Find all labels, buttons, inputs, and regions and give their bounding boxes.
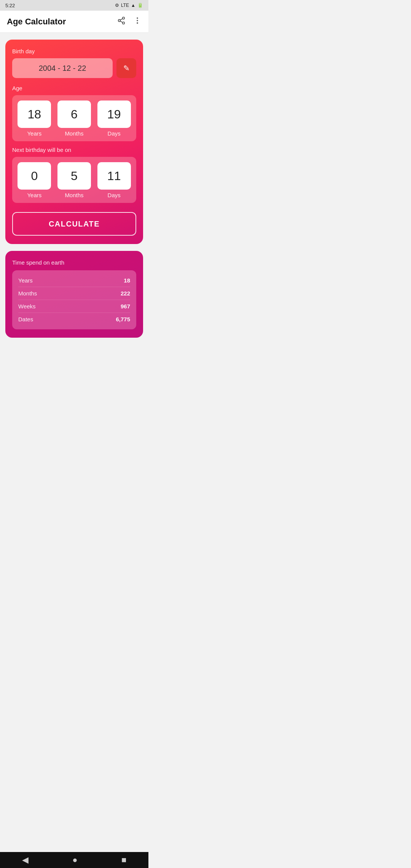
edit-icon: ✎: [123, 64, 130, 73]
time-years-label: Years: [18, 277, 33, 284]
svg-point-5: [137, 17, 138, 19]
next-months-unit: Months: [65, 192, 83, 198]
next-days-value: 11: [97, 162, 131, 190]
svg-point-7: [137, 22, 138, 24]
svg-line-3: [120, 21, 123, 22]
next-years-box: 0 Years: [18, 162, 51, 198]
age-months-unit: Months: [65, 130, 83, 137]
time-table: Years 18 Months 222 Weeks 967 Dates 6,77…: [12, 270, 136, 329]
app-header: Age Calculator: [0, 11, 148, 33]
time-dates-value: 6,775: [116, 316, 130, 322]
table-row: Years 18: [18, 274, 130, 287]
table-row: Months 222: [18, 287, 130, 300]
svg-line-4: [120, 18, 123, 20]
signal-icon: ▲: [131, 3, 135, 8]
time-card: Time spend on earth Years 18 Months 222 …: [5, 251, 143, 338]
battery-icon: 🔋: [137, 3, 143, 8]
svg-point-6: [137, 20, 138, 21]
next-days-box: 11 Days: [97, 162, 131, 198]
next-years-value: 0: [18, 162, 51, 190]
table-row: Weeks 967: [18, 300, 130, 313]
next-birthday-label: Next birthday will be on: [12, 147, 136, 153]
age-months-value: 6: [57, 101, 91, 128]
next-days-unit: Days: [108, 192, 121, 198]
edit-birthday-button[interactable]: ✎: [116, 58, 136, 78]
birthday-label: Birth day: [12, 48, 136, 54]
calculate-button[interactable]: CALCULATE: [12, 212, 136, 236]
time-years-value: 18: [124, 277, 130, 284]
more-options-button[interactable]: [133, 16, 142, 27]
settings-icon: ⚙: [115, 3, 119, 8]
next-values-row: 0 Years 5 Months 11 Days: [16, 162, 132, 198]
time-months-value: 222: [121, 290, 130, 297]
time-card-title: Time spend on earth: [12, 259, 136, 266]
app-title: Age Calculator: [7, 17, 66, 27]
age-label: Age: [12, 85, 136, 91]
status-icons: ⚙ LTE ▲ 🔋: [115, 3, 143, 8]
calculator-card: Birth day ✎ Age 18 Years 6 Months 19 Day…: [5, 40, 143, 244]
age-years-unit: Years: [27, 130, 41, 137]
next-months-box: 5 Months: [57, 162, 91, 198]
time-weeks-label: Weeks: [18, 303, 36, 310]
age-months-box: 6 Months: [57, 101, 91, 137]
status-time: 5:22: [5, 3, 15, 8]
age-days-unit: Days: [108, 130, 121, 137]
birthday-input[interactable]: [12, 58, 113, 78]
share-button[interactable]: [117, 16, 126, 27]
time-months-label: Months: [18, 290, 37, 297]
age-years-value: 18: [18, 101, 51, 128]
age-days-box: 19 Days: [97, 101, 131, 137]
next-birthday-display: 0 Years 5 Months 11 Days: [12, 157, 136, 203]
age-values-row: 18 Years 6 Months 19 Days: [16, 101, 132, 137]
age-years-box: 18 Years: [18, 101, 51, 137]
header-actions: [117, 16, 142, 27]
status-bar: 5:22 ⚙ LTE ▲ 🔋: [0, 0, 148, 11]
lte-icon: LTE: [121, 3, 129, 8]
age-display: 18 Years 6 Months 19 Days: [12, 95, 136, 141]
next-years-unit: Years: [27, 192, 41, 198]
age-days-value: 19: [97, 101, 131, 128]
next-months-value: 5: [57, 162, 91, 190]
time-dates-label: Dates: [18, 316, 33, 322]
time-weeks-value: 967: [121, 303, 130, 310]
birthday-row: ✎: [12, 58, 136, 78]
table-row: Dates 6,775: [18, 313, 130, 326]
